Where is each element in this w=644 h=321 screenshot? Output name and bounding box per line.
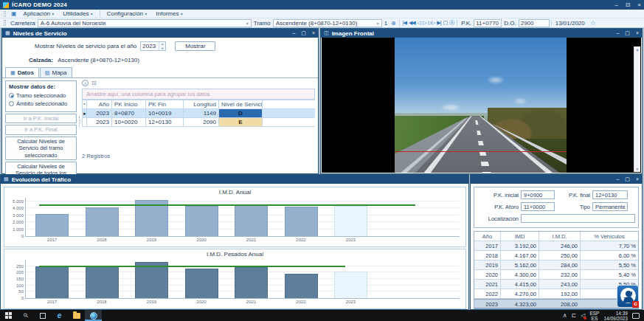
- radio-selected-icon[interactable]: [9, 93, 14, 98]
- road-photo-viewport[interactable]: [322, 38, 641, 173]
- stop-button[interactable]: [443, 20, 448, 26]
- col-filler: [263, 100, 315, 108]
- time: 14:39: [616, 311, 628, 316]
- mostrar-button[interactable]: Mostrar: [175, 41, 215, 51]
- language-indicator[interactable]: ESPES: [589, 311, 599, 321]
- calcular-tramo-button[interactable]: Calcular Niveles de Servicio del tramo s…: [5, 137, 77, 160]
- aforo-row[interactable]: 20184.167,00250,006,00 %: [474, 251, 638, 260]
- app-restore-button[interactable]: [626, 1, 631, 8]
- maximize-button[interactable]: [625, 30, 630, 36]
- radio-ambito-seleccionado[interactable]: Ámbito seleccionado: [9, 100, 73, 107]
- bar-2020: [185, 269, 218, 298]
- aforo-row-selected[interactable]: 20234.323,00208,004,81 %: [474, 299, 638, 308]
- pk-final-input[interactable]: [592, 190, 628, 199]
- scroll-up-icon[interactable]: [636, 47, 640, 52]
- toolbar-separator: [551, 20, 552, 27]
- favorite-star-icon[interactable]: ☆: [590, 19, 596, 27]
- tramo-select[interactable]: Ascendente (8+0870-12+0130): [273, 19, 382, 27]
- export-grid-icon[interactable]: [91, 80, 97, 86]
- aforo-row[interactable]: 20214.415,00243,005,50 %: [474, 280, 638, 289]
- maximize-button[interactable]: [301, 30, 306, 36]
- imagen-titlebar[interactable]: Imagen Frontal: [321, 29, 642, 38]
- evolucion-titlebar[interactable]: Evolución del Tráfico: [1, 175, 468, 184]
- carretera-select[interactable]: A-6 Autovía del Noroeste: [38, 19, 252, 27]
- localizacion-input[interactable]: [521, 214, 635, 223]
- tray-expand-icon[interactable]: [563, 312, 567, 319]
- speaker-icon[interactable]: [581, 312, 585, 319]
- grid-row[interactable]: 2023 10+0020 12+0130 2090 E: [82, 118, 315, 127]
- group-by-dropzone[interactable]: Arrastre aquí, una columna para agrupar …: [82, 89, 315, 100]
- auto-advance-button[interactable]: [449, 19, 454, 27]
- image-scrollbar[interactable]: [634, 46, 640, 172]
- tab-mapa[interactable]: Mapa: [40, 67, 72, 77]
- nav-next-button[interactable]: [423, 20, 426, 26]
- aforo-row[interactable]: 20204.300,00232,005,40 %: [474, 270, 638, 280]
- year-spinner[interactable]: [140, 41, 166, 51]
- radio-unselected-icon[interactable]: [9, 101, 14, 106]
- aforo-header-row[interactable]: Año IMD I.M.D. Pesados % Vehículos Pesad…: [474, 232, 638, 241]
- col-longitud[interactable]: Longitud: [184, 100, 219, 108]
- menubar-grip[interactable]: [4, 11, 6, 17]
- col-pk-fin[interactable]: PK Fin: [146, 100, 184, 108]
- menu-aplicacion[interactable]: Aplicación: [20, 10, 58, 17]
- file-explorer-button[interactable]: [68, 310, 85, 321]
- radio-tramo-seleccionado[interactable]: Tramo seleccionado: [9, 92, 73, 99]
- locate-icon[interactable]: [391, 20, 396, 27]
- do-input[interactable]: [519, 19, 550, 27]
- collapse-groups-icon[interactable]: [82, 80, 89, 86]
- network-icon[interactable]: [572, 312, 577, 319]
- close-button[interactable]: [312, 30, 315, 36]
- clock[interactable]: 14:3914/09/2023: [603, 311, 628, 321]
- ir-pk-final-button[interactable]: Ir a P.K. Final: [5, 125, 77, 134]
- icaro-taskbar-button[interactable]: [85, 310, 102, 321]
- nav-fast-back-button[interactable]: [409, 20, 415, 26]
- toolbar-grip[interactable]: [4, 20, 6, 26]
- minimize-button[interactable]: [616, 176, 619, 182]
- panel-splitter[interactable]: [78, 80, 80, 163]
- taskbar-search-button[interactable]: [17, 310, 34, 321]
- close-button[interactable]: [636, 30, 639, 36]
- maximize-button[interactable]: [625, 176, 630, 182]
- close-button[interactable]: [636, 176, 639, 182]
- year-input[interactable]: [141, 42, 159, 50]
- ir-pk-inicial-button[interactable]: Ir a P.K. Inicial: [5, 114, 77, 123]
- nav-last-button[interactable]: [437, 20, 440, 26]
- app-close-button[interactable]: [637, 1, 641, 8]
- aforo-row[interactable]: 20224.270,00192,004,81 %: [474, 289, 638, 299]
- start-button[interactable]: [0, 310, 17, 321]
- nav-first-button[interactable]: [403, 20, 406, 26]
- pk-input[interactable]: [474, 19, 502, 27]
- scroll-down-icon[interactable]: [636, 167, 640, 171]
- col-ano[interactable]: Año: [87, 100, 112, 108]
- menu-configuracion[interactable]: Configuración: [103, 10, 151, 17]
- grid-row-selected[interactable]: 2023 8+0870 10+0019 1149 D: [82, 109, 315, 118]
- niveles-titlebar[interactable]: Niveles de Servicio: [2, 29, 318, 38]
- internet-explorer-button[interactable]: e: [51, 310, 68, 321]
- action-center-icon[interactable]: [632, 313, 640, 319]
- task-view-button[interactable]: [34, 310, 51, 321]
- nav-previous-button[interactable]: [418, 20, 420, 26]
- toolbar: Carretera A-6 Autovía del Noroeste Tramo…: [0, 18, 644, 28]
- tipo-input[interactable]: [592, 202, 628, 211]
- mean-line: [39, 204, 415, 206]
- pk-aforo-input[interactable]: [521, 202, 555, 211]
- menu-separator: [100, 10, 100, 17]
- menu-utilidades[interactable]: Utilidades: [59, 10, 96, 17]
- spin-down-icon[interactable]: [159, 46, 165, 51]
- localizacion-label: Localización: [477, 215, 519, 222]
- aforo-row[interactable]: 20173.192,00246,007,70 %: [474, 241, 638, 251]
- col-nivel-servicio[interactable]: Nivel de Servicio: [219, 100, 263, 108]
- tab-datos[interactable]: Datos: [5, 67, 39, 77]
- nav-fast-forward-button[interactable]: [429, 20, 435, 26]
- menu-informes[interactable]: Informes: [152, 10, 186, 17]
- minimize-button[interactable]: [616, 30, 619, 36]
- aforo-titlebar[interactable]: [471, 175, 642, 184]
- minimize-button[interactable]: [292, 30, 295, 36]
- grid-header-row[interactable]: * Año PK Inicio PK Fin Longitud Nivel de…: [82, 100, 315, 109]
- calzada-label: Calzada:: [29, 57, 53, 63]
- support-agent-button[interactable]: G: [617, 285, 639, 308]
- col-pk-inicio[interactable]: PK Inicio: [112, 100, 146, 108]
- app-minimize-button[interactable]: [614, 1, 617, 8]
- pk-inicial-input[interactable]: [521, 190, 555, 199]
- aforo-row[interactable]: 20195.162,00284,005,50 %: [474, 260, 638, 270]
